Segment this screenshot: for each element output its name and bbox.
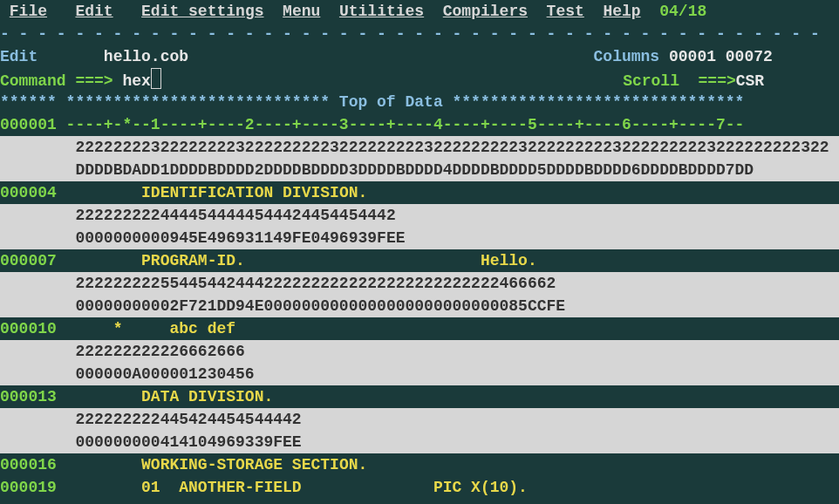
- line-number[interactable]: 000019: [0, 479, 57, 496]
- menu-test[interactable]: Test: [547, 0, 584, 23]
- scroll-label: Scroll ===>: [623, 72, 736, 90]
- menu-edit-settings[interactable]: Edit_settings: [141, 0, 263, 23]
- line-4: 000004 IDENTIFICATION DIVISION.: [0, 181, 839, 204]
- source-text[interactable]: DATA DIVISION.: [66, 388, 274, 405]
- line-13: 000013 DATA DIVISION.: [0, 385, 839, 408]
- columns-from: 00001: [669, 48, 716, 65]
- line-7: 000007 PROGRAM-ID. Hello.: [0, 249, 839, 272]
- command-input[interactable]: hex: [122, 72, 150, 90]
- top-of-data: ****** **************************** Top …: [0, 91, 839, 113]
- file-name: hello.cob: [104, 48, 188, 65]
- line-13-hex-a: 222222222445424454544442: [0, 408, 839, 431]
- line-19: 000019 01 ANOTHER-FIELD PIC X(10).: [0, 476, 839, 499]
- edit-header: Edit hello.cob Columns 00001 00072: [0, 45, 839, 68]
- page-counter: 04/18: [659, 0, 706, 23]
- line-1-hex-b: DDDDBDADD1DDDDBDDDD2DDDDBDDDD3DDDDBDDDD4…: [0, 159, 839, 181]
- line-1: 000001 ----+-*--1----+----2----+----3---…: [0, 113, 839, 136]
- menu-utilities[interactable]: Utilities: [339, 0, 424, 23]
- line-10: 000010 * abc def: [0, 317, 839, 340]
- menu-compilers[interactable]: Compilers: [443, 0, 528, 23]
- line-10-hex-b: 000000A000001230456: [0, 363, 839, 385]
- mode-label: Edit: [0, 48, 38, 65]
- line-10-hex-a: 222222222226662666: [0, 340, 839, 363]
- line-number[interactable]: 000016: [0, 456, 57, 473]
- line-4-hex-a: 2222222224444544444544424454454442: [0, 204, 839, 227]
- menu-help[interactable]: Help: [603, 0, 640, 23]
- source-text[interactable]: WORKING-STORAGE SECTION.: [66, 456, 368, 473]
- menu-menu[interactable]: Menu: [283, 0, 320, 23]
- columns-label: Columns: [594, 48, 660, 65]
- menu-edit[interactable]: Edit: [75, 0, 113, 23]
- ruler: ----+-*--1----+----2----+----3----+----4…: [57, 116, 745, 133]
- source-text[interactable]: 01 ANOTHER-FIELD PIC X(10).: [66, 479, 528, 496]
- columns-to: 00072: [726, 48, 773, 65]
- line-number[interactable]: 000001: [0, 116, 57, 133]
- line-13-hex-b: 000000000414104969339FEE: [0, 431, 839, 453]
- line-number[interactable]: 000007: [0, 252, 57, 269]
- line-number[interactable]: 000013: [0, 388, 57, 405]
- line-4-hex-b: 0000000000945E496931149FE0496939FEE: [0, 227, 839, 249]
- menu-file[interactable]: File: [10, 0, 47, 23]
- line-7-hex-b: 00000000002F721DD94E00000000000000000000…: [0, 295, 839, 317]
- line-7-hex-a: 2222222225544544244422222222222222222222…: [0, 272, 839, 295]
- text-cursor: [151, 68, 161, 89]
- command-label: Command ===>: [0, 72, 122, 90]
- source-text[interactable]: PROGRAM-ID. Hello.: [66, 252, 537, 269]
- line-number[interactable]: 000010: [0, 320, 57, 337]
- command-row: Command ===> hex Scroll ===>CSR: [0, 68, 839, 91]
- menu-bar: File Edit Edit_settings Menu Utilities C…: [0, 0, 839, 23]
- line-number[interactable]: 000004: [0, 184, 57, 201]
- source-text[interactable]: * abc def: [66, 320, 235, 337]
- line-1-hex-a: 2222222232222222232222222223222222222322…: [0, 136, 839, 159]
- line-16: 000016 WORKING-STORAGE SECTION.: [0, 453, 839, 476]
- scroll-value[interactable]: CSR: [736, 72, 764, 90]
- source-text[interactable]: IDENTIFICATION DIVISION.: [66, 184, 368, 201]
- divider: - - - - - - - - - - - - - - - - - - - - …: [0, 23, 839, 45]
